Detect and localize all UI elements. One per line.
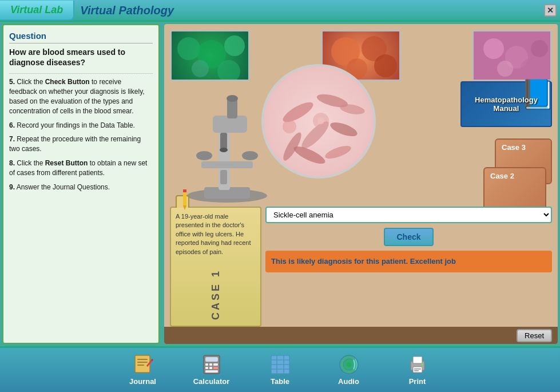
- svg-rect-44: [137, 362, 148, 363]
- question-title: How are blood smears used to diagnose di…: [9, 47, 153, 68]
- instruction-8: 8. Click the Reset Button to obtain a ne…: [9, 159, 150, 178]
- diagnosis-select[interactable]: Sickle-cell anemia Normal Iron deficienc…: [265, 207, 552, 223]
- section-header: Question: [9, 31, 153, 43]
- journal-icon: [133, 354, 153, 375]
- table-icon: [270, 354, 291, 375]
- audio-icon: [339, 354, 359, 375]
- svg-rect-24: [220, 170, 227, 184]
- main-container: Question How are blood smears used to di…: [0, 22, 560, 346]
- svg-rect-43: [137, 359, 148, 360]
- journal-label: Journal: [129, 377, 156, 386]
- svg-point-22: [220, 148, 228, 152]
- app-header: Virtual Lab Virtual Pathology ✕: [0, 0, 560, 22]
- svg-rect-23: [201, 161, 253, 168]
- svg-rect-54: [205, 370, 218, 373]
- svg-point-14: [521, 58, 541, 79]
- reset-button[interactable]: Reset: [517, 329, 552, 342]
- svg-rect-39: [183, 191, 186, 205]
- case-2-label: Case 2: [490, 172, 514, 180]
- right-panel: 📘 HematopathologyManual Case 3 Case 2: [164, 24, 558, 344]
- svg-rect-50: [213, 363, 218, 366]
- case1-folder: A 19-year-old male presented in the doct…: [170, 207, 261, 327]
- svg-point-38: [287, 124, 292, 129]
- divider: [9, 73, 153, 74]
- svg-marker-40: [183, 205, 186, 210]
- bottom-area: A 19-year-old male presented in the doct…: [170, 207, 552, 327]
- check-button[interactable]: Check: [384, 228, 433, 246]
- toolbar-audio[interactable]: Audio: [315, 347, 383, 393]
- svg-rect-41: [183, 189, 186, 192]
- svg-point-2: [224, 35, 245, 56]
- toolbar-print[interactable]: Print: [383, 347, 452, 393]
- toolbar-journal[interactable]: Journal: [109, 347, 177, 393]
- bottom-toolbar: Journal Calculator: [0, 346, 560, 392]
- svg-point-25: [242, 151, 258, 160]
- case-3-label: Case 3: [502, 143, 526, 152]
- diagnosis-container: Sickle-cell anemia Normal Iron deficienc…: [265, 207, 552, 272]
- reset-bar: Reset: [164, 327, 558, 344]
- cells-image-3: [472, 30, 552, 81]
- svg-point-36: [317, 117, 324, 124]
- instruction-7: 7. Repeat the procedure with the remaini…: [9, 134, 150, 154]
- svg-rect-67: [414, 369, 421, 370]
- svg-point-30: [328, 120, 359, 139]
- check-row: Check: [265, 228, 552, 246]
- instructions-scroll[interactable]: 5. Click the Check Button to receive fee…: [9, 77, 153, 337]
- svg-rect-49: [209, 363, 212, 366]
- svg-point-26: [196, 151, 212, 160]
- svg-point-3: [192, 60, 209, 77]
- feedback-box: This is likely diagnosis for this patien…: [265, 251, 552, 272]
- app-title: Virtual Pathology: [80, 4, 174, 17]
- blood-cells-svg: [264, 66, 376, 179]
- table-label: Table: [271, 377, 289, 386]
- toolbar-calculator[interactable]: Calculator: [177, 347, 246, 393]
- case1-folder-title: CASE 1: [210, 269, 222, 320]
- print-icon: [407, 354, 428, 375]
- svg-point-13: [497, 61, 513, 77]
- svg-rect-52: [209, 367, 212, 369]
- close-button[interactable]: ✕: [544, 4, 557, 17]
- left-panel: Question How are blood smears used to di…: [2, 24, 160, 344]
- manual-label: HematopathologyManual: [475, 96, 538, 113]
- svg-rect-48: [205, 363, 208, 366]
- svg-point-31: [280, 130, 304, 163]
- virtual-lab-label: Virtual Lab: [0, 1, 74, 21]
- top-images-row: [164, 24, 558, 81]
- cells-image-1: [170, 30, 250, 81]
- svg-point-63: [347, 362, 351, 367]
- instruction-9: 9. Answer the Journal Questions.: [9, 183, 150, 192]
- svg-point-34: [324, 143, 353, 161]
- svg-rect-51: [205, 367, 208, 369]
- svg-point-20: [227, 95, 238, 102]
- case-2-card[interactable]: Case 2: [483, 167, 546, 213]
- svg-rect-47: [205, 357, 218, 362]
- pencil-icon: [180, 189, 189, 213]
- svg-rect-53: [213, 367, 218, 369]
- audio-label: Audio: [338, 377, 359, 386]
- print-label: Print: [409, 377, 426, 386]
- case1-folder-container: A 19-year-old male presented in the doct…: [170, 207, 259, 327]
- calculator-icon: [201, 354, 222, 375]
- svg-rect-21: [220, 133, 227, 150]
- svg-point-69: [421, 363, 423, 366]
- svg-rect-42: [135, 355, 150, 373]
- svg-point-0: [177, 37, 200, 60]
- manual-button[interactable]: 📘 HematopathologyManual: [460, 81, 552, 127]
- calculator-label: Calculator: [193, 377, 230, 386]
- instruction-6: 6. Record your findings in the Data Tabl…: [9, 121, 150, 130]
- svg-rect-45: [137, 365, 144, 366]
- toolbar-table[interactable]: Table: [246, 347, 315, 393]
- svg-point-8: [374, 54, 397, 77]
- diagnosis-row: Sickle-cell anemia Normal Iron deficienc…: [265, 207, 552, 223]
- svg-rect-65: [413, 357, 422, 363]
- svg-point-12: [531, 40, 548, 57]
- blood-smear-circle: [261, 64, 376, 179]
- svg-rect-68: [414, 370, 419, 371]
- instruction-5: 5. Click the Check Button to receive fee…: [9, 77, 150, 116]
- case1-vertical-label: CASE 1: [171, 269, 260, 320]
- svg-point-10: [483, 38, 504, 59]
- svg-rect-66: [413, 367, 422, 373]
- case1-patient-text: A 19-year-old male presented in the doct…: [176, 212, 256, 256]
